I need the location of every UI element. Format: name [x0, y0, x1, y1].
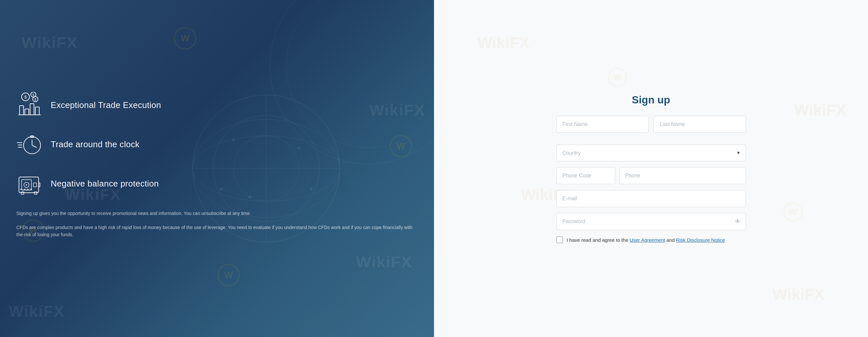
country-select-wrapper: Country ▼ [556, 145, 746, 161]
last-name-group [653, 116, 746, 133]
disclaimer-promo: Signing up gives you the opportunity to … [17, 210, 417, 217]
svg-text:W: W [224, 270, 233, 280]
phone-code-input[interactable] [556, 167, 615, 184]
logo-wm-1: W [174, 27, 196, 50]
svg-rect-54 [24, 189, 26, 190]
watermark-1: WikiFX [22, 34, 78, 52]
svg-text:W: W [789, 208, 797, 216]
phone-row [556, 167, 746, 184]
phone-code-group [556, 167, 615, 184]
password-wrapper: 👁 [556, 213, 746, 230]
svg-text:W: W [614, 73, 621, 82]
svg-text:$: $ [32, 93, 34, 97]
user-agreement-link[interactable]: User Agreement [629, 237, 665, 243]
svg-rect-32 [25, 109, 29, 115]
svg-line-41 [32, 145, 37, 148]
terms-text: I have read and agree to the [567, 237, 630, 243]
feature-item-negative-balance: Negative balance protection [17, 171, 417, 196]
feature-item-trade-execution: $ $ $ Exceptional Trade Execution [17, 92, 417, 118]
right-logo-wm-1: W [608, 67, 627, 87]
eye-icon[interactable]: 👁 [735, 218, 741, 225]
email-input[interactable] [556, 190, 746, 207]
svg-rect-33 [30, 104, 34, 115]
svg-point-17 [174, 28, 195, 49]
watermark-4: WikiFX [356, 253, 412, 271]
right-watermark-2: WikiFX [794, 101, 846, 119]
feature-item-trade-clock: Trade around the clock [17, 131, 417, 157]
svg-rect-47 [33, 183, 37, 187]
watermark-5: WikiFX [9, 302, 65, 320]
feature-text-trade-execution: Exceptional Trade Execution [51, 100, 161, 110]
country-select[interactable]: Country [556, 145, 746, 161]
feature-list: $ $ $ Exceptional Trade Execution [17, 92, 417, 245]
last-name-input[interactable] [653, 116, 746, 133]
right-panel: WikiFX WikiFX WikiFX WikiFX W W Sign up … [434, 0, 868, 337]
password-group: 👁 [556, 213, 746, 230]
form-title: Sign up [556, 94, 746, 106]
svg-rect-43 [19, 177, 39, 193]
svg-rect-34 [35, 107, 39, 115]
svg-rect-55 [27, 189, 29, 190]
terms-label: I have read and agree to the User Agreem… [567, 237, 725, 243]
right-watermark-1: WikiFX [477, 34, 530, 52]
logo-wm-3: W [217, 264, 240, 286]
safe-icon [17, 171, 42, 196]
svg-text:W: W [181, 33, 190, 43]
phone-number-group [619, 167, 746, 184]
country-group: Country ▼ [556, 145, 746, 161]
first-name-group [556, 116, 649, 133]
svg-rect-56 [30, 189, 32, 190]
and-text: and [665, 237, 676, 243]
disclaimer-cfds: CFDs are complex products and have a hig… [17, 224, 417, 239]
chart-icon: $ $ $ [17, 92, 42, 118]
svg-point-46 [26, 184, 27, 185]
svg-rect-53 [20, 189, 22, 190]
terms-checkbox[interactable] [556, 237, 563, 243]
phone-input[interactable] [619, 167, 746, 184]
right-logo-wm-2: W [783, 202, 803, 222]
svg-point-21 [218, 264, 239, 286]
feature-text-negative-balance: Negative balance protection [51, 179, 159, 189]
email-group [556, 190, 746, 207]
feature-text-trade-clock: Trade around the clock [51, 140, 140, 150]
svg-text:$: $ [24, 95, 27, 99]
first-name-input[interactable] [556, 116, 649, 133]
left-panel: WikiFX WikiFX WikiFX WikiFX WikiFX W W W [0, 0, 434, 337]
password-input[interactable] [556, 213, 746, 230]
risk-disclosure-link[interactable]: Risk Disclosure Notice [676, 237, 725, 243]
terms-checkbox-row: I have read and agree to the User Agreem… [556, 237, 746, 243]
name-row [556, 116, 746, 139]
signup-form-container: Sign up Country ▼ [556, 94, 746, 243]
disclaimer-section: Signing up gives you the opportunity to … [17, 210, 417, 238]
svg-rect-31 [20, 106, 24, 115]
right-watermark-4: WikiFX [773, 285, 825, 303]
svg-text:$: $ [34, 98, 36, 101]
clock-icon [17, 131, 42, 157]
